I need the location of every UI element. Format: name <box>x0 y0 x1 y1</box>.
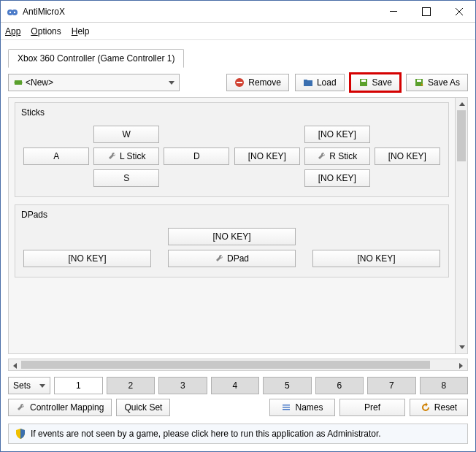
dropdown-caret-icon <box>39 384 45 388</box>
wrench-icon <box>215 253 225 264</box>
save-icon <box>358 77 369 88</box>
set-7-button[interactable]: 7 <box>367 377 416 394</box>
vertical-scrollbar[interactable] <box>455 98 467 353</box>
lstick-up-button[interactable]: W <box>93 126 159 143</box>
save-as-button[interactable]: Save As <box>406 74 468 91</box>
status-text: If events are not seen by a game, please… <box>31 429 381 439</box>
set-1-button[interactable]: 1 <box>54 377 103 394</box>
reset-button[interactable]: Reset <box>410 399 468 416</box>
tab-row: Xbox 360 Controller (Game Controller 1) <box>1 40 475 68</box>
menu-options-text: ptions <box>38 26 61 37</box>
menubar: App Options Help <box>1 23 475 40</box>
set-8-button[interactable]: 8 <box>420 377 469 394</box>
save-label: Save <box>372 77 392 88</box>
toolbar: <New> Remove Load Save Save As <box>1 68 475 97</box>
svg-rect-17 <box>417 80 421 82</box>
load-button[interactable]: Load <box>295 74 345 91</box>
shield-icon <box>15 428 26 440</box>
rstick-left-button[interactable]: [NO KEY] <box>234 148 300 165</box>
remove-button[interactable]: Remove <box>226 74 289 91</box>
remove-label: Remove <box>248 77 281 88</box>
wrench-icon <box>317 151 327 161</box>
window-title: AntiMicroX <box>23 7 377 17</box>
rstick-up-button[interactable]: [NO KEY] <box>304 126 370 143</box>
dpad-up-button[interactable]: [NO KEY] <box>168 228 296 245</box>
pref-button[interactable]: Pref <box>339 399 405 416</box>
svg-point-8 <box>15 81 18 85</box>
scroll-right-button[interactable] <box>455 359 467 372</box>
quick-set-button[interactable]: Quick Set <box>116 399 170 416</box>
rstick-right-button[interactable]: [NO KEY] <box>375 148 440 165</box>
lstick-center-label: L Stick <box>120 151 146 161</box>
scroll-thumb[interactable] <box>457 110 466 161</box>
lstick-left-button[interactable]: A <box>23 148 89 165</box>
menu-help[interactable]: Help <box>72 26 90 37</box>
reset-icon <box>421 402 431 413</box>
rstick-center-label: R Stick <box>329 151 357 161</box>
horizontal-scrollbar[interactable] <box>8 359 468 371</box>
svg-rect-21 <box>283 409 290 410</box>
set-5-button[interactable]: 5 <box>263 377 312 394</box>
svg-point-3 <box>9 11 11 12</box>
remove-icon <box>234 77 245 88</box>
names-button[interactable]: Names <box>269 399 335 416</box>
profile-select[interactable]: <New> <box>8 74 180 91</box>
status-bar[interactable]: If events are not seen by a game, please… <box>8 424 468 444</box>
sets-dropdown[interactable]: Sets <box>8 377 50 394</box>
set-2-button[interactable]: 2 <box>107 377 156 394</box>
tab-controller[interactable]: Xbox 360 Controller (Game Controller 1) <box>8 49 184 68</box>
lstick-down-button[interactable]: S <box>93 169 159 187</box>
dpad-left-button[interactable]: [NO KEY] <box>23 250 151 267</box>
lstick-right-button[interactable]: D <box>164 148 229 165</box>
wrench-icon <box>16 402 26 413</box>
svg-point-9 <box>19 81 23 85</box>
sets-label: Sets <box>13 380 31 391</box>
svg-rect-19 <box>283 405 290 406</box>
minimize-button[interactable] <box>377 1 410 22</box>
folder-open-icon <box>303 77 313 88</box>
close-button[interactable] <box>442 1 475 22</box>
titlebar: AntiMicroX <box>1 1 475 23</box>
save-button[interactable]: Save <box>350 74 400 91</box>
bottom-controls: Sets 1 2 3 4 5 6 7 8 Controller Mapping … <box>1 374 475 424</box>
controller-mapping-button[interactable]: Controller Mapping <box>8 399 112 416</box>
svg-point-4 <box>14 11 15 12</box>
list-icon <box>281 402 291 413</box>
set-4-button[interactable]: 4 <box>211 377 260 394</box>
svg-rect-13 <box>304 80 307 81</box>
set-3-button[interactable]: 3 <box>158 377 207 394</box>
lstick-center-button[interactable]: L Stick <box>93 148 159 165</box>
dpad-center-label: DPad <box>227 253 249 264</box>
profile-icon <box>13 77 23 88</box>
menu-help-text: elp <box>77 26 89 37</box>
scroll-left-button[interactable] <box>9 359 21 372</box>
dpad-center-button[interactable]: DPad <box>168 250 296 267</box>
names-label: Names <box>295 402 323 413</box>
svg-rect-20 <box>283 407 290 408</box>
main-scroll-area: Sticks W A L Stick D S [NO KEY] <box>8 97 468 354</box>
app-icon <box>7 6 18 18</box>
set-6-button[interactable]: 6 <box>315 377 364 394</box>
svg-rect-11 <box>237 82 242 83</box>
controller-mapping-label: Controller Mapping <box>30 402 104 413</box>
svg-rect-15 <box>361 80 366 82</box>
sticks-group: Sticks W A L Stick D S [NO KEY] <box>15 102 449 197</box>
maximize-button[interactable] <box>410 1 442 22</box>
rstick-center-button[interactable]: R Stick <box>304 148 370 165</box>
svg-rect-12 <box>304 80 312 86</box>
dpad-right-button[interactable]: [NO KEY] <box>312 250 440 267</box>
sticks-title: Sticks <box>21 107 442 118</box>
dpads-title: DPads <box>21 210 442 220</box>
menu-app[interactable]: App <box>5 26 20 37</box>
wrench-icon <box>107 151 118 161</box>
rstick-down-button[interactable]: [NO KEY] <box>304 169 370 187</box>
scroll-thumb-h[interactable] <box>21 361 430 369</box>
reset-label: Reset <box>434 402 457 413</box>
scroll-down-button[interactable] <box>456 341 468 353</box>
dpads-group: DPads [NO KEY] [NO KEY] DPad [NO KEY] <box>15 204 449 277</box>
menu-options[interactable]: Options <box>31 26 61 37</box>
scroll-up-button[interactable] <box>456 98 468 110</box>
dropdown-caret-icon <box>169 81 174 85</box>
load-label: Load <box>317 77 337 88</box>
save-as-label: Save As <box>428 77 460 88</box>
